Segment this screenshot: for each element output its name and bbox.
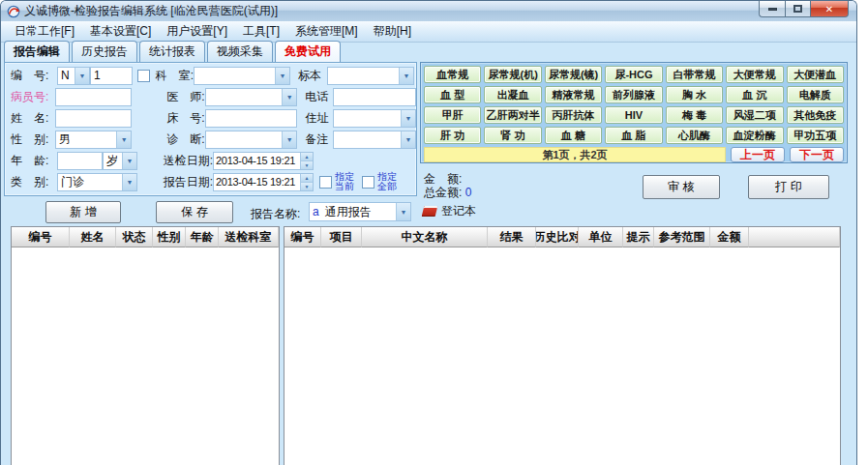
doctor-select[interactable]: ▼ <box>205 88 298 106</box>
page-info: 第1页，共2页 <box>424 147 726 162</box>
test-category-button[interactable]: 胸 水 <box>666 86 723 103</box>
amount-block: 金 额: 总金额: 0 <box>424 172 471 199</box>
test-category-button[interactable]: 丙肝抗体 <box>545 106 602 124</box>
test-category-button[interactable]: 大便常规 <box>726 66 783 83</box>
new-button[interactable]: 新 增 <box>45 201 121 223</box>
tab-free-trial[interactable]: 免费试用 <box>275 41 341 62</box>
test-category-button[interactable]: 风湿二项 <box>726 106 783 124</box>
report-name-select[interactable]: a通用报告 ▼ <box>309 202 411 221</box>
save-button[interactable]: 保 存 <box>156 201 233 223</box>
report-prefix: a <box>313 205 319 218</box>
gender-select[interactable]: 男 ▼ <box>55 131 132 149</box>
column-header[interactable]: 姓名 <box>70 227 116 247</box>
remark-label: 备注 <box>305 131 333 148</box>
column-header[interactable]: 历史比对 <box>536 227 579 247</box>
patient-form-panel: 编 号: N ▼ 1 科 室: ▼ 标本 ▼ 病员号: <box>4 62 417 196</box>
print-button[interactable]: 打 印 <box>748 175 829 199</box>
test-category-button[interactable]: 精液常规 <box>545 86 602 103</box>
test-category-button[interactable]: 梅 毒 <box>666 106 723 124</box>
test-category-button[interactable]: 心肌酶 <box>666 127 723 144</box>
name-input[interactable] <box>55 109 133 128</box>
menu-item-basic-settings[interactable]: 基本设置[C] <box>82 21 159 42</box>
test-category-button[interactable]: 血 脂 <box>605 127 662 144</box>
test-category-button[interactable]: 血常规 <box>424 66 481 83</box>
chevron-down-icon: ▼ <box>396 203 410 220</box>
test-category-button[interactable]: 甲功五项 <box>787 127 844 144</box>
category-select[interactable]: 门诊 ▼ <box>57 173 137 191</box>
test-category-button[interactable]: 其他免疫 <box>787 106 844 124</box>
column-header[interactable]: 项目 <box>321 227 362 247</box>
test-category-button[interactable]: 尿-HCG <box>605 66 662 83</box>
tab-history-report[interactable]: 历史报告 <box>72 41 137 62</box>
test-category-button[interactable]: 尿常规(机) <box>484 66 541 83</box>
register-book-link[interactable]: 登记本 <box>423 203 476 219</box>
tab-video-capture[interactable]: 视频采集 <box>207 41 273 62</box>
column-header[interactable]: 参考范围 <box>654 227 710 247</box>
report-name-label: 报告名称: <box>251 206 300 222</box>
department-select[interactable]: ▼ <box>194 67 290 85</box>
prev-page-button[interactable]: 上一页 <box>731 147 785 162</box>
test-category-button[interactable]: 甲肝 <box>424 106 481 124</box>
close-button[interactable]: ✕ <box>810 1 849 17</box>
menu-item-help[interactable]: 帮助[H] <box>366 21 419 42</box>
test-category-button[interactable]: 白带常规 <box>666 66 723 83</box>
test-category-button[interactable]: 血 沉 <box>726 86 783 103</box>
test-category-button[interactable]: 肝 功 <box>424 127 481 144</box>
maximize-button[interactable] <box>785 1 810 17</box>
remark-select[interactable]: ▼ <box>333 131 416 149</box>
tab-statistics-report[interactable]: 统计报表 <box>139 41 205 62</box>
number-prefix-select[interactable]: N ▼ <box>57 67 90 85</box>
test-category-button[interactable]: 尿常规(镜) <box>545 66 602 83</box>
test-category-button[interactable]: 乙肝两对半 <box>484 106 541 124</box>
column-header[interactable]: 金额 <box>710 227 749 247</box>
column-header[interactable]: 编号 <box>284 227 321 247</box>
address-select[interactable]: ▼ <box>333 109 416 128</box>
age-input[interactable] <box>57 152 103 170</box>
patient-list-body[interactable] <box>12 247 279 465</box>
test-category-button[interactable]: 血 糖 <box>545 127 602 144</box>
minimize-button[interactable] <box>759 1 785 17</box>
spinner-icon[interactable]: ▲▼ <box>300 153 313 169</box>
menu-item-daily-work[interactable]: 日常工作[F] <box>7 21 82 42</box>
number-checkbox[interactable] <box>137 70 150 82</box>
next-page-button[interactable]: 下一页 <box>790 147 844 162</box>
test-category-button[interactable]: 肾 功 <box>484 127 541 144</box>
column-header[interactable]: 提示 <box>623 227 654 247</box>
tab-report-edit[interactable]: 报告编辑 <box>4 41 70 62</box>
test-category-button[interactable]: 电解质 <box>787 86 844 103</box>
test-category-button[interactable]: HIV <box>605 106 662 124</box>
number-input[interactable]: 1 <box>90 67 133 85</box>
column-header[interactable]: 送检科室 <box>219 227 279 247</box>
report-date-input[interactable]: 2013-04-15 19:21 ▲▼ <box>213 173 314 191</box>
spinner-icon[interactable]: ▲▼ <box>300 174 313 190</box>
result-table-body[interactable] <box>284 247 840 465</box>
test-category-button[interactable]: 血淀粉酶 <box>726 127 783 144</box>
test-category-button[interactable]: 出凝血 <box>484 86 541 103</box>
book-icon <box>422 206 438 217</box>
chevron-down-icon: ▼ <box>282 131 296 148</box>
column-header[interactable]: 编号 <box>12 227 70 247</box>
bed-input[interactable] <box>205 109 298 128</box>
column-header[interactable]: 中文名称 <box>362 227 488 247</box>
audit-button[interactable]: 审 核 <box>643 175 720 199</box>
menu-item-tools[interactable]: 工具[T] <box>235 21 287 42</box>
patient-id-input[interactable] <box>55 88 133 106</box>
column-header[interactable]: 结果 <box>488 227 536 247</box>
send-date-input[interactable]: 2013-04-15 19:21 ▲▼ <box>213 152 314 170</box>
column-header[interactable]: 状态 <box>116 227 153 247</box>
menu-item-system-management[interactable]: 系统管理[M] <box>287 21 366 42</box>
column-header[interactable]: 年龄 <box>186 227 219 247</box>
specify-all-checkbox[interactable] <box>362 176 374 189</box>
test-category-button[interactable]: 前列腺液 <box>605 86 662 103</box>
column-header[interactable]: 单位 <box>579 227 623 247</box>
test-category-button[interactable]: 大便潜血 <box>787 66 844 83</box>
specify-current-checkbox[interactable] <box>319 176 332 189</box>
diagnosis-select[interactable]: ▼ <box>205 131 298 149</box>
patient-id-label: 病员号: <box>11 89 55 105</box>
column-header[interactable]: 性别 <box>153 227 186 247</box>
specimen-select[interactable]: ▼ <box>327 67 414 85</box>
test-category-button[interactable]: 血 型 <box>424 86 481 103</box>
age-unit-select[interactable]: 岁 ▼ <box>103 152 137 170</box>
menu-item-user-settings[interactable]: 用户设置[Y] <box>159 21 235 42</box>
phone-input[interactable] <box>333 88 416 106</box>
